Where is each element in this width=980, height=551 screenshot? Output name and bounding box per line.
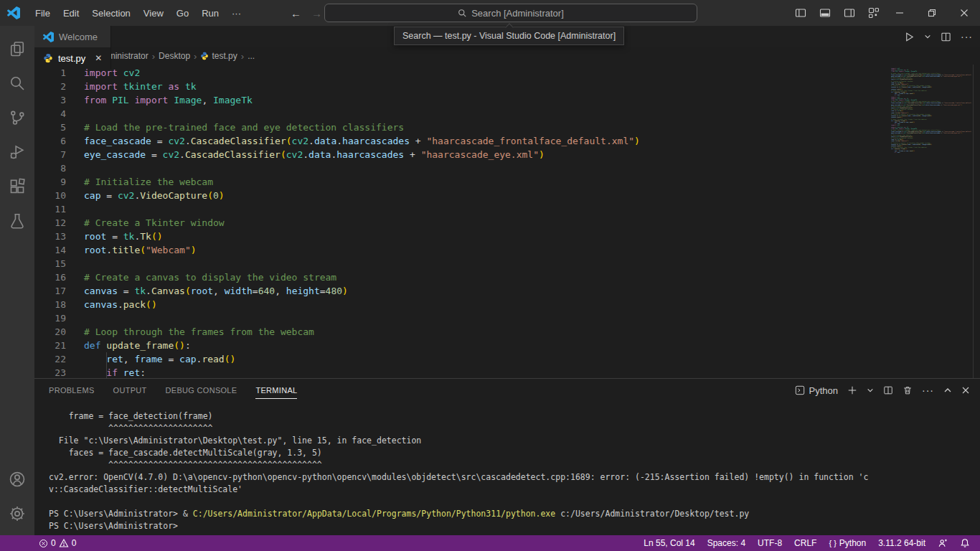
status-python-interpreter[interactable]: 3.11.2 64-bit <box>875 538 928 548</box>
code-line[interactable]: 20# Loop through the frames from the web… <box>34 325 980 339</box>
menu-file[interactable]: File <box>29 5 57 22</box>
code-line[interactable]: 21def update_frame(): <box>34 339 980 352</box>
terminal-line: PS C:\Users\Administrator> <box>49 520 980 532</box>
line-number: 5 <box>34 121 66 134</box>
toggle-panel-icon[interactable] <box>819 7 831 19</box>
line-number: 8 <box>34 161 66 175</box>
search-sidebar-icon[interactable] <box>0 66 34 100</box>
menu-selection[interactable]: Selection <box>85 5 136 22</box>
breadcrumb-item-test-py[interactable]: test.py <box>200 51 237 61</box>
close-tab-icon[interactable]: ✕ <box>95 54 102 62</box>
maximize-panel-icon[interactable] <box>943 386 952 395</box>
line-number: 7 <box>34 148 66 161</box>
python-icon <box>43 53 53 63</box>
more-actions-icon[interactable]: ··· <box>961 31 973 42</box>
status-cursor-position[interactable]: Ln 55, Col 14 <box>641 538 697 548</box>
menu-item[interactable]: ··· <box>225 5 248 22</box>
code-line[interactable]: 14root.title("Webcam") <box>34 243 980 257</box>
settings-gear-icon[interactable] <box>0 496 34 531</box>
code-line[interactable]: 12# Create a Tkinter window <box>34 216 980 230</box>
code-line[interactable]: 15 <box>34 257 980 270</box>
code-line[interactable]: 6face_cascade = cv2.CascadeClassifier(cv… <box>34 134 980 148</box>
panel-more-actions-icon[interactable]: ··· <box>922 385 934 396</box>
terminal-line: v::CascadeClassifier::detectMultiScale' <box>49 484 980 496</box>
tab-welcome[interactable]: Welcome <box>34 26 111 47</box>
menu-run[interactable]: Run <box>195 5 225 22</box>
go-forward-icon[interactable]: → <box>311 7 322 19</box>
tab-label: Welcome <box>59 32 98 42</box>
code-line[interactable]: 1import cv2 <box>34 66 980 80</box>
code-line[interactable]: 23 if ret: <box>34 366 980 378</box>
extensions-icon[interactable] <box>0 169 34 204</box>
minimap[interactable]: import cv2import tkinter as tkfrom PIL i… <box>891 67 971 153</box>
code-line[interactable]: 9# Initialize the webcam <box>34 175 980 189</box>
status-encoding[interactable]: UTF-8 <box>755 538 785 548</box>
code-line[interactable]: 18canvas.pack() <box>34 298 980 311</box>
launch-profile-chevron-icon[interactable] <box>867 387 874 394</box>
run-python-file-icon[interactable] <box>904 32 915 42</box>
code-line[interactable]: 17canvas = tk.Canvas(root, width=640, he… <box>34 284 980 298</box>
breadcrumb-item-item[interactable]: ... <box>248 51 255 61</box>
code-line[interactable]: 11 <box>34 202 980 216</box>
history-navigation: ← → <box>291 7 322 19</box>
code-line[interactable]: 16# Create a canvas to display the video… <box>34 270 980 284</box>
warnings-icon <box>59 538 69 548</box>
panel-tab-problems[interactable]: PROBLEMS <box>49 382 95 399</box>
tab-label: test.py <box>58 53 85 64</box>
code-line[interactable]: 4 <box>34 107 980 121</box>
panel-tab-output[interactable]: OUTPUT <box>113 382 147 399</box>
code-line[interactable]: 2import tkinter as tk <box>34 80 980 93</box>
terminal-line: cv2.error: OpenCV(4.7.0) D:\a\opencv-pyt… <box>49 471 980 484</box>
split-editor-icon[interactable] <box>941 32 951 42</box>
testing-icon[interactable] <box>0 204 34 238</box>
line-number: 20 <box>34 325 66 339</box>
line-number: 22 <box>34 352 66 366</box>
kill-terminal-icon[interactable] <box>903 385 913 395</box>
terminal-output[interactable]: frame = face_detection(frame) ^^^^^^^^^^… <box>34 402 980 532</box>
status-language-mode[interactable]: { }Python <box>826 538 869 548</box>
terminal-profile[interactable]: Python <box>795 385 838 396</box>
restore-icon[interactable] <box>915 0 948 26</box>
toggle-secondary-sidebar-icon[interactable] <box>844 7 855 19</box>
accounts-icon[interactable] <box>0 462 34 496</box>
search-tooltip: Search — test.py - Visual Studio Code [A… <box>394 27 624 45</box>
terminal-line <box>49 496 980 508</box>
code-line[interactable]: 13root = tk.Tk() <box>34 230 980 243</box>
breadcrumb-item-desktop[interactable]: Desktop <box>159 51 190 61</box>
code-line[interactable]: 10cap = cv2.VideoCapture(0) <box>34 189 980 202</box>
minimize-icon[interactable] <box>883 0 915 26</box>
bottom-panel: PROBLEMSOUTPUTDEBUG CONSOLETERMINAL Pyth… <box>34 378 980 535</box>
split-terminal-icon[interactable] <box>883 385 893 395</box>
code-line[interactable]: 5# Load the pre-trained face and eye det… <box>34 121 980 134</box>
code-line[interactable]: 7eye_cascade = cv2.CascadeClassifier(cv2… <box>34 148 980 161</box>
code-editor[interactable]: 1import cv22import tkinter as tk3from PI… <box>34 65 980 378</box>
status-eol[interactable]: CRLF <box>791 538 819 548</box>
status-indentation[interactable]: Spaces: 4 <box>705 538 748 548</box>
toggle-primary-sidebar-icon[interactable] <box>795 7 806 19</box>
new-terminal-icon[interactable] <box>847 385 857 395</box>
menu-go[interactable]: Go <box>170 5 195 22</box>
line-number: 1 <box>34 66 66 80</box>
panel-tab-terminal[interactable]: TERMINAL <box>255 382 297 399</box>
problems-indicator[interactable]: 0 0 <box>36 538 79 548</box>
code-line[interactable]: 19 <box>34 311 980 325</box>
line-number: 11 <box>34 202 66 216</box>
editor-group: Welcometest.py✕ ··· C:›Users›Administrat… <box>34 26 980 535</box>
go-back-icon[interactable]: ← <box>291 7 301 19</box>
code-line[interactable]: 3from PIL import Image, ImageTk <box>34 93 980 107</box>
code-line[interactable]: 8 <box>34 161 980 175</box>
menu-view[interactable]: View <box>137 5 170 22</box>
explorer-icon[interactable] <box>0 32 34 66</box>
feedback-person-icon[interactable] <box>935 538 951 548</box>
notifications-bell-icon[interactable] <box>957 538 973 548</box>
menu-edit[interactable]: Edit <box>57 5 85 22</box>
run-dropdown-chevron-icon[interactable] <box>924 33 931 40</box>
close-panel-icon[interactable] <box>961 386 970 395</box>
command-center-search[interactable]: Search [Administrator] <box>324 4 697 22</box>
panel-tab-debug-console[interactable]: DEBUG CONSOLE <box>166 382 237 399</box>
close-window-icon[interactable] <box>948 0 980 26</box>
source-control-icon[interactable] <box>0 100 34 135</box>
customize-layout-icon[interactable] <box>868 7 880 19</box>
run-and-debug-icon[interactable] <box>0 135 34 169</box>
code-line[interactable]: 22 ret, frame = cap.read() <box>34 352 980 366</box>
